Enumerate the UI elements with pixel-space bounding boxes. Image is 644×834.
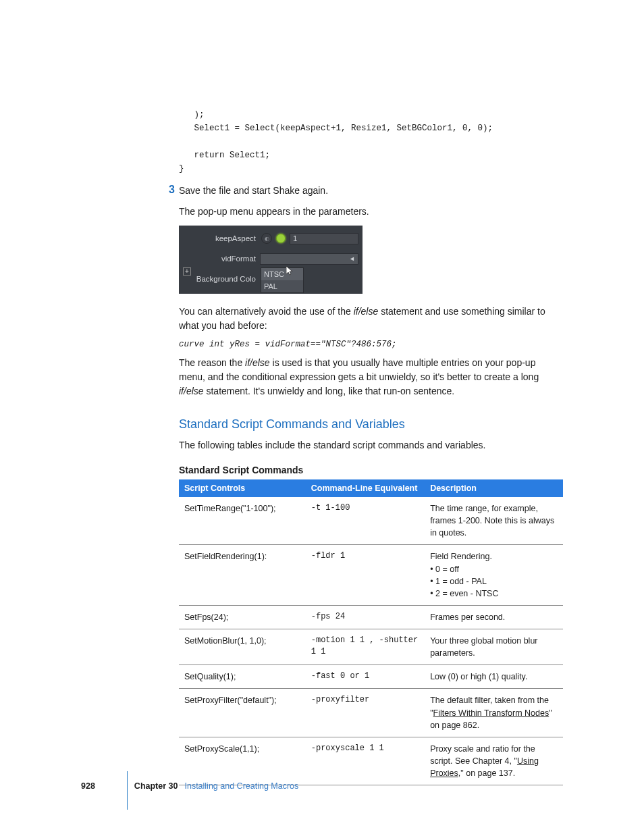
table-header: Script Controls — [179, 479, 306, 497]
chapter-label: Chapter 30 — [134, 781, 178, 791]
table-row: SetFieldRendering(1):-fldr 1Field Render… — [179, 545, 563, 606]
commands-table: Script Controls Command-Line Equivalent … — [179, 479, 563, 785]
cell-cmdline: -fldr 1 — [306, 545, 425, 606]
cell-cmdline: -fast 0 or 1 — [306, 665, 425, 689]
dropdown-field[interactable]: ◄ NTSC PAL — [260, 253, 358, 265]
cell-script: SetFieldRendering(1): — [179, 545, 306, 606]
cell-description: Proxy scale and ratio for the script. Se… — [425, 737, 563, 785]
cell-cmdline: -t 1-100 — [306, 497, 425, 545]
cell-description: Frames per second. — [425, 605, 563, 629]
step-text: Save the file and start Shake again. — [179, 184, 328, 198]
margin-rule — [127, 771, 128, 810]
italic-term: if/else — [245, 357, 270, 368]
app-screenshot: keepAspect ◐ 1 vidFormat ◄ NTSC PAL + Ba… — [179, 226, 363, 294]
cell-script: SetQuality(1); — [179, 665, 306, 689]
cell-description: Field Rendering.• 0 = off• 1 = odd - PAL… — [425, 545, 563, 606]
italic-term: if/else — [354, 306, 379, 317]
page-number: 928 — [81, 781, 95, 791]
popup-option-pal[interactable]: PAL — [261, 280, 303, 292]
table-row: SetMotionBlur(1, 1,0);-motion 1 1 , -shu… — [179, 629, 563, 665]
param-label-keepaspect: keepAspect — [183, 234, 260, 242]
popup-menu: NTSC PAL — [261, 267, 304, 293]
popup-option-ntsc[interactable]: NTSC — [261, 268, 303, 280]
table-row: SetProxyScale(1,1);-proxyscale 1 1Proxy … — [179, 737, 563, 785]
cross-ref-link[interactable]: Using Proxies — [430, 756, 539, 778]
chapter-title: Installing and Creating Macros — [184, 781, 298, 791]
text: statement. It's unwieldy and long, like … — [204, 386, 455, 396]
cross-ref-link[interactable]: Filters Within Transform Nodes — [433, 708, 549, 718]
cell-cmdline: -proxyscale 1 1 — [306, 737, 425, 785]
table-row: SetProxyFilter("default");-proxyfilterTh… — [179, 689, 563, 737]
cell-script: SetTimeRange("1-100"); — [179, 497, 306, 545]
step-3: 3 Save the file and start Shake again. — [179, 184, 563, 198]
param-label-bgcolor: Background Colo — [183, 275, 260, 283]
cell-description: Your three global motion blur parameters… — [425, 629, 563, 665]
italic-term: if/else — [179, 386, 204, 396]
paragraph: The pop-up menu appears in the parameter… — [179, 205, 563, 219]
dropdown-arrow-icon: ◄ — [349, 255, 355, 262]
cell-script: SetFps(24); — [179, 605, 306, 629]
subsection-heading: Standard Script Commands — [179, 465, 563, 475]
table-header: Description — [425, 479, 563, 497]
param-label-vidformat: vidFormat — [183, 255, 260, 263]
paragraph: The following tables include the standar… — [179, 438, 563, 452]
page-footer: 928 Chapter 30 Installing and Creating M… — [81, 781, 563, 791]
table-row: SetFps(24);-fps 24Frames per second. — [179, 605, 563, 629]
value-text: 1 — [293, 234, 297, 242]
cell-description: Low (0) or high (1) quality. — [425, 665, 563, 689]
text: The reason the — [179, 357, 245, 368]
cell-cmdline: -motion 1 1 , -shutter 1 1 — [306, 629, 425, 665]
cell-cmdline: -fps 24 — [306, 605, 425, 629]
cell-script: SetProxyFilter("default"); — [179, 689, 306, 737]
toggle-icon — [276, 234, 286, 243]
cell-description: The time range, for example, frames 1-20… — [425, 497, 563, 545]
cell-cmdline: -proxyfilter — [306, 689, 425, 737]
step-number: 3 — [161, 184, 175, 198]
code-block-1: ); Select1 = Select(keepAspect+1, Resize… — [179, 108, 563, 176]
value-field: 1 — [290, 233, 358, 244]
cell-script: SetProxyScale(1,1); — [179, 737, 306, 785]
section-heading: Standard Script Commands and Variables — [179, 417, 563, 432]
code-line: curve int yRes = vidFormat=="NTSC"?486:5… — [179, 340, 563, 349]
anim-toggle-icon: ◐ — [261, 233, 272, 244]
text: You can alternatively avoid the use of t… — [179, 306, 354, 317]
paragraph: The reason the if/else is used is that y… — [179, 356, 563, 398]
table-header: Command-Line Equivalent — [306, 479, 425, 497]
cell-script: SetMotionBlur(1, 1,0); — [179, 629, 306, 665]
expand-icon[interactable]: + — [183, 267, 191, 276]
cell-description: The default filter, taken from the "Filt… — [425, 689, 563, 737]
table-row: SetQuality(1);-fast 0 or 1Low (0) or hig… — [179, 665, 563, 689]
table-row: SetTimeRange("1-100");-t 1-100The time r… — [179, 497, 563, 545]
paragraph: You can alternatively avoid the use of t… — [179, 305, 563, 333]
